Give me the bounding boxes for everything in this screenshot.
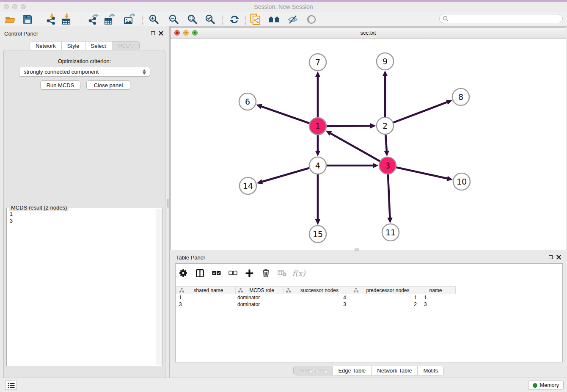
edge-3-10[interactable] <box>396 167 448 179</box>
save-icon[interactable] <box>20 13 35 26</box>
edge-3-1[interactable] <box>330 133 380 161</box>
table-cell[interactable]: 2 <box>351 301 420 308</box>
split-columns-icon[interactable] <box>195 269 205 277</box>
edge-arrowhead <box>446 176 453 181</box>
table-cell[interactable]: 4 <box>284 294 351 301</box>
hide-eye-icon[interactable] <box>286 13 300 26</box>
table-cell[interactable]: 1 <box>351 294 420 301</box>
table-tabbar: Node TableEdge TableNetwork TableMotifs <box>293 366 444 375</box>
mcds-result-title: MCDS result (2 nodes) <box>9 204 69 211</box>
column-header-MCDS-role[interactable]: MCDS role <box>236 286 284 294</box>
table-cell[interactable]: dominator <box>236 294 284 301</box>
table-cell[interactable]: dominator <box>236 301 284 308</box>
column-header-predecessor-nodes[interactable]: predecessor nodes <box>351 286 420 294</box>
search-field[interactable] <box>439 14 563 23</box>
tab-network[interactable]: Network <box>30 41 62 50</box>
destroy-table-icon[interactable] <box>277 270 287 276</box>
app-titlebar: Session: New Session <box>0 0 567 12</box>
float-panel-icon[interactable] <box>151 31 155 35</box>
table-cell[interactable]: 1 <box>176 294 236 301</box>
table-tab-node-table[interactable]: Node Table <box>294 366 333 375</box>
memory-button[interactable]: Memory <box>528 381 564 390</box>
edge-1-6[interactable] <box>261 106 309 123</box>
graph-node-label: 3 <box>385 161 390 170</box>
close-panel-button[interactable]: Close panel <box>86 80 130 90</box>
column-header-name[interactable]: name <box>420 286 456 294</box>
result-scrollbar[interactable] <box>157 209 162 365</box>
home-pair-icon[interactable] <box>267 13 281 26</box>
column-header-successor-nodes[interactable]: successor nodes <box>284 286 351 294</box>
export-network-icon[interactable] <box>86 13 100 26</box>
table-cell[interactable]: 3 <box>420 301 456 308</box>
main-toolbar <box>0 12 567 27</box>
close-panel-icon[interactable] <box>159 31 163 36</box>
delete-trash-icon[interactable] <box>261 269 271 277</box>
import-network-icon[interactable] <box>44 13 59 26</box>
import-table-icon[interactable] <box>60 13 74 26</box>
edge-1-2[interactable] <box>326 126 371 126</box>
column-header-label: successor nodes <box>292 287 351 293</box>
show-eye-icon[interactable] <box>304 13 319 26</box>
mcds-result-line: 3 <box>10 218 13 224</box>
network-window-titlebar[interactable]: scc.txt <box>171 28 566 39</box>
table-tab-network-table[interactable]: Network Table <box>372 366 418 375</box>
edge-arrowhead <box>257 179 263 184</box>
zoom-in-icon[interactable] <box>146 13 161 26</box>
network-from-file-icon[interactable] <box>248 13 262 26</box>
table-panel-title: Table Panel <box>176 254 205 261</box>
network-canvas[interactable]: 1234678910111415 <box>171 39 566 250</box>
criterion-select[interactable]: strongly connected component <box>19 67 150 77</box>
graph-node-label: 2 <box>383 121 388 130</box>
close-table-panel-icon[interactable] <box>556 255 561 259</box>
select-all-checkboxes-icon[interactable] <box>211 271 221 276</box>
export-image-icon[interactable] <box>122 13 137 26</box>
table-row[interactable]: 1dominator411 <box>176 294 456 301</box>
edge-arrowhead <box>383 71 388 77</box>
select-chevrons-icon <box>143 69 146 75</box>
float-table-panel-icon[interactable] <box>549 255 553 259</box>
graph-node-label: 8 <box>458 92 463 102</box>
criterion-value: strongly connected component <box>19 69 143 75</box>
table-row[interactable]: 3dominator323 <box>176 301 456 308</box>
add-column-icon[interactable] <box>244 269 254 277</box>
column-header-label: MCDS role <box>245 287 283 293</box>
mcds-tab-content: Optimization criterion: strongly connect… <box>3 50 165 392</box>
tab-style[interactable]: Style <box>62 41 85 50</box>
table-cell[interactable]: 1 <box>420 294 456 301</box>
column-header-shared-name[interactable]: shared name <box>176 286 236 294</box>
zoom-fit-icon[interactable] <box>185 13 199 26</box>
task-history-button[interactable] <box>5 381 17 390</box>
function-builder-icon[interactable]: f(x) <box>294 269 304 278</box>
edge-arrowhead <box>384 151 389 157</box>
export-table-icon[interactable] <box>102 13 116 26</box>
edge-3-11[interactable] <box>388 174 390 218</box>
gear-icon[interactable] <box>178 269 188 277</box>
search-input[interactable] <box>449 15 562 22</box>
graph-node-label: 4 <box>315 161 320 170</box>
edge-2-3[interactable] <box>385 134 387 152</box>
zoom-selected-icon[interactable] <box>203 13 217 26</box>
edge-arrowhead <box>315 151 320 157</box>
deselect-checkboxes-icon[interactable] <box>228 271 238 276</box>
toolbar-separator <box>142 14 143 25</box>
toolbar-separator <box>40 14 40 25</box>
edge-4-14[interactable] <box>261 168 310 182</box>
table-tab-edge-table[interactable]: Edge Table <box>333 366 372 375</box>
tab-select[interactable]: Select <box>85 41 112 50</box>
splitter-grip-vertical[interactable] <box>167 199 170 207</box>
table-cell[interactable]: 3 <box>284 301 351 308</box>
zoom-out-icon[interactable] <box>166 13 181 26</box>
open-folder-icon[interactable] <box>3 13 17 26</box>
memory-label: Memory <box>540 382 559 388</box>
run-mcds-button[interactable]: Run MCDS <box>40 80 80 90</box>
refresh-icon[interactable] <box>227 13 242 26</box>
table-cell[interactable]: 3 <box>176 301 236 308</box>
titlebar-accent-strip <box>0 0 567 2</box>
graph-node-label: 7 <box>315 58 320 67</box>
optimization-criterion-label: Optimization criterion: <box>4 58 165 64</box>
network-graph[interactable]: 1234678910111415 <box>171 39 566 250</box>
tab-mcds[interactable]: MCDS <box>112 41 139 50</box>
edge-2-8[interactable] <box>393 102 448 123</box>
table-tab-motifs[interactable]: Motifs <box>418 366 443 375</box>
edge-arrowhead <box>446 100 452 105</box>
